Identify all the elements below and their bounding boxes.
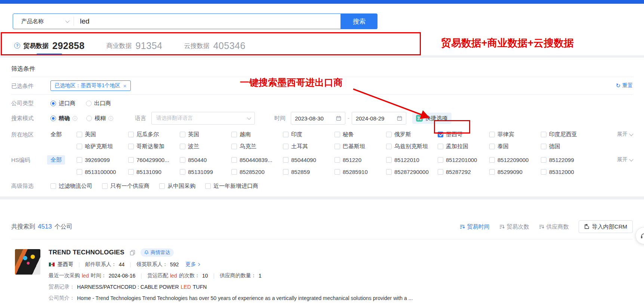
region-checkbox-ecuador[interactable]: 厄瓜多尔	[128, 131, 180, 138]
freight-count: 10	[202, 273, 208, 279]
import-crm-button[interactable]: 导入内部CRM	[579, 220, 633, 233]
region-checkbox-germany[interactable]: 德国	[541, 143, 592, 150]
company-name[interactable]: TREND TECHNOLOGIES	[49, 249, 124, 256]
hs-checkbox[interactable]: 760429900...	[128, 157, 180, 163]
question-circle-icon[interactable]: ?	[14, 43, 20, 49]
info-icon[interactable]: i	[73, 116, 77, 121]
hs-all-option[interactable]: 全部	[47, 155, 65, 165]
purchase-info-row: 最近一次采购 led 时间： 2024-08-16 | 货运匹配 led 的次数…	[49, 272, 633, 279]
more-link[interactable]: 更多	[185, 261, 200, 268]
region-all-option[interactable]: 全部	[50, 131, 77, 138]
tab-cloud-search-data[interactable]: 云搜数据 405346	[184, 36, 245, 55]
radio-importer[interactable]: 进口商	[50, 100, 76, 107]
region-checkbox-poland[interactable]: 波兰	[180, 143, 231, 150]
region-checkbox-pakistan[interactable]: 巴基斯坦	[335, 143, 386, 150]
hs-checkbox[interactable]: 85287292	[438, 169, 489, 175]
hs-checkbox[interactable]: 8512209000	[489, 157, 541, 163]
hs-checkbox[interactable]: 39269099	[77, 157, 128, 163]
hs-checkbox[interactable]: 85131099	[180, 169, 231, 175]
email-contacts-label: 邮件联系人：	[85, 261, 117, 268]
region-checkbox-mexico[interactable]: 墨西哥	[438, 131, 489, 138]
quick-options-button[interactable]: ⌘ 快捷选项	[412, 113, 452, 124]
advanced-checkbox-buy-from-china[interactable]: 从中国采购	[159, 183, 195, 190]
hs-checkbox[interactable]: 85287290000	[386, 169, 438, 175]
radio-exporter[interactable]: 出口商	[86, 100, 111, 107]
company-card[interactable]: TREND TECHNOLOGIES 商情雷达 墨西哥 | 邮件联系人： 44 …	[11, 239, 633, 303]
checkbox-label: 从中国采购	[167, 183, 195, 190]
checkbox-label: 85285910	[343, 169, 368, 175]
results-panel: 共搜索到 4513 个公司 贸易时间 贸易次数 供应商数 导入内部CRM	[0, 199, 644, 303]
region-checkbox-india[interactable]: 印度	[283, 131, 335, 138]
chevron-down-icon	[65, 19, 70, 23]
radio-fuzzy[interactable]: 模糊 i	[86, 115, 113, 122]
search-button[interactable]: 搜索	[341, 13, 378, 29]
hs-checkbox[interactable]: 85312000	[541, 169, 592, 175]
region-checkbox-kazakhstan[interactable]: 哈萨克斯坦	[77, 143, 128, 150]
region-checkbox-uk[interactable]: 英国	[180, 131, 231, 138]
region-checkbox-vietnam[interactable]: 越南	[231, 131, 283, 138]
hs-checkbox[interactable]: 8513100000	[77, 169, 128, 175]
hs-checkbox[interactable]: 85285200	[231, 169, 283, 175]
region-checkbox-thailand[interactable]: 泰国	[489, 143, 541, 150]
sort-by-trade-count[interactable]: 贸易次数	[499, 223, 529, 230]
advanced-checkbox-single-supplier[interactable]: 只有一个供应商	[102, 183, 150, 190]
selected-region-tag[interactable]: 已选地区：墨西哥等1个地区 ×	[50, 80, 131, 91]
checkbox-label: 85285200	[240, 169, 265, 175]
hs-checkbox[interactable]: 851220	[335, 157, 386, 163]
hs-checkbox[interactable]: 852859	[283, 169, 335, 175]
hs-checkbox[interactable]: 850440839...	[231, 157, 283, 163]
tab-trade-data[interactable]: ? 贸易数据 292858	[14, 36, 84, 55]
hs-checkbox[interactable]: 85299090	[489, 169, 541, 175]
info-icon[interactable]: i	[108, 116, 113, 121]
region-checkbox-ukraine[interactable]: 乌克兰	[231, 143, 283, 150]
sort-by-supplier-count[interactable]: 供应商数	[539, 223, 569, 230]
advanced-checkbox-filter-logistics[interactable]: 过滤物流公司	[50, 183, 92, 190]
hs-code-label: HS编码	[11, 154, 50, 164]
start-date-picker[interactable]: 2023-08-30	[291, 112, 345, 125]
region-expand-link[interactable]: 展开	[617, 131, 633, 138]
reset-button[interactable]: ↻ 重置	[616, 82, 633, 89]
supplier-count: 1	[259, 273, 262, 279]
language-select[interactable]: 请选择翻译语言	[151, 112, 255, 125]
search-input-group: 产品名称	[13, 13, 341, 29]
region-filter-row: 所在地区 全部 美国 厄瓜多尔 英国 越南 印度 秘鲁 俄罗斯 墨西哥 菲律宾 …	[11, 128, 633, 152]
hs-checkbox[interactable]: 85122099	[541, 157, 592, 163]
hs-expand-link[interactable]: 展开	[617, 156, 633, 163]
region-checkbox-peru[interactable]: 秘鲁	[335, 131, 386, 138]
sort-by-trade-time[interactable]: 贸易时间	[460, 223, 490, 230]
checkbox-icon	[283, 169, 289, 175]
tab-business-data[interactable]: 商业数据 91354	[106, 36, 162, 55]
region-checkbox-bangladesh[interactable]: 孟加拉国	[438, 143, 489, 150]
hs-checkbox[interactable]: 85285910	[335, 169, 386, 175]
hs-checkbox[interactable]: 85131090	[128, 169, 180, 175]
search-category-dropdown[interactable]: 产品名称	[13, 18, 74, 25]
region-checkbox-uzbekistan[interactable]: 乌兹别克斯坦	[386, 143, 438, 150]
hs-checkbox[interactable]: 85044090	[283, 157, 335, 163]
trade-record-text: HARNESS/PATCHCORD : CABLE POWER	[77, 284, 179, 290]
checkbox-label: 巴基斯坦	[343, 143, 365, 150]
copy-icon[interactable]	[130, 250, 135, 255]
selected-tags: 已选地区：墨西哥等1个地区 ×	[50, 80, 633, 91]
end-date-picker[interactable]: 2024-08-29	[352, 112, 406, 125]
checkbox-icon	[386, 144, 392, 149]
business-radar-badge[interactable]: 商情雷达	[141, 248, 174, 257]
radio-exact[interactable]: 精确 i	[50, 115, 77, 122]
search-input[interactable]	[74, 17, 341, 25]
hs-checkbox[interactable]: 8512201000	[438, 157, 489, 163]
hs-checkbox[interactable]: 85122010	[386, 157, 438, 163]
hs-checkbox[interactable]: 850440	[180, 157, 231, 163]
region-checkbox-russia[interactable]: 俄罗斯	[386, 131, 438, 138]
region-checkbox-turkey[interactable]: 土耳其	[283, 143, 335, 150]
summary-prefix: 共搜索到	[11, 223, 35, 231]
company-photo[interactable]	[15, 249, 40, 275]
checkbox-label: 波兰	[188, 143, 199, 150]
close-icon[interactable]: ×	[123, 83, 127, 89]
region-checkbox-costarica[interactable]: 哥斯达黎加	[128, 143, 180, 150]
region-checkbox-indonesia[interactable]: 印度尼西亚	[541, 131, 592, 138]
divider: |	[78, 261, 80, 267]
radio-label: 出口商	[94, 100, 111, 107]
region-checkbox-philippines[interactable]: 菲律宾	[489, 131, 541, 138]
region-checkbox-usa[interactable]: 美国	[77, 131, 128, 138]
checkbox-label: 德国	[549, 143, 560, 150]
advanced-checkbox-new-importer[interactable]: 近一年新增进口商	[205, 183, 258, 190]
